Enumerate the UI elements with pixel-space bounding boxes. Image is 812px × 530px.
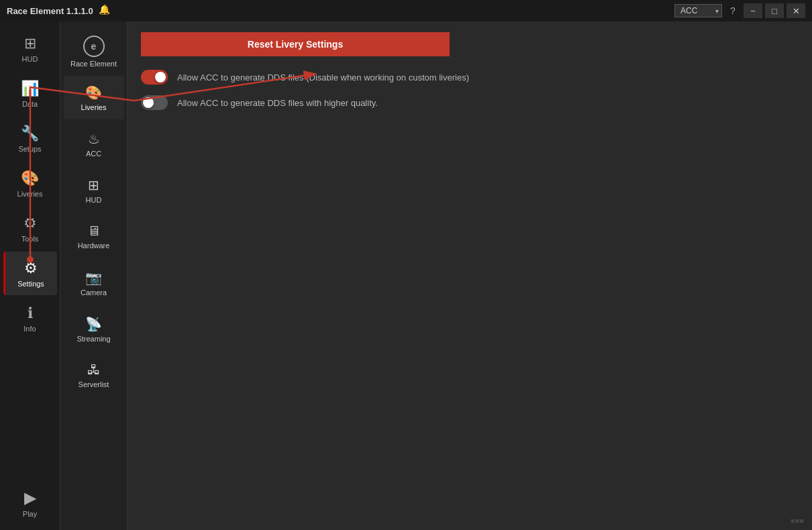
sidebar-item-data[interactable]: 📊 Data	[3, 72, 57, 115]
sub-item-acc[interactable]: ♨ ACC	[64, 122, 124, 166]
titlebar-right: ACC AC IRacing ▾ ? − □ ✕	[674, 3, 805, 18]
sub-item-hardware[interactable]: 🖥 Hardware	[64, 215, 124, 258]
sidebar-item-liveries[interactable]: 🎨 Liveries	[3, 162, 57, 205]
sidebar-label-data: Data	[22, 100, 38, 108]
settings-icon: ⚙	[24, 260, 38, 277]
toggle-row-2: Allow ACC to generate DDS files with hig…	[141, 95, 799, 110]
app-title: Race Element 1.1.1.0	[7, 6, 93, 16]
sub-label-acc: ACC	[86, 150, 101, 158]
sub-label-serverlist: Serverlist	[79, 380, 109, 388]
notification-icon[interactable]: 🔔	[99, 4, 112, 17]
info-icon: ℹ	[28, 305, 33, 322]
sidebar-label-settings: Settings	[17, 280, 44, 288]
steam-icon: ♨	[88, 131, 100, 147]
streaming-icon: 📡	[85, 316, 102, 332]
sub-item-serverlist[interactable]: 🖧 Serverlist	[64, 354, 124, 397]
toggle-row-1: Allow ACC to generate DDS files (Disable…	[141, 70, 799, 85]
sidebar-item-setups[interactable]: 🔧 Setups	[3, 117, 57, 160]
serverlist-icon: 🖧	[87, 362, 101, 378]
sub-item-liveries[interactable]: 🎨 Liveries	[64, 76, 124, 119]
liveries-icon: 🎨	[21, 170, 39, 187]
minimize-button[interactable]: −	[744, 3, 762, 18]
sidebar-label-setups: Setups	[18, 145, 41, 153]
sidebar-item-settings[interactable]: ⚙ Settings	[3, 252, 57, 295]
sub-label-hud: HUD	[86, 196, 102, 204]
sub-label-camera: Camera	[81, 288, 107, 297]
hardware-icon: 🖥	[87, 223, 101, 239]
sub-label-hardware: Hardware	[78, 242, 110, 250]
sidebar-label-info: Info	[23, 325, 36, 333]
sub-item-streaming[interactable]: 📡 Streaming	[64, 307, 124, 351]
sidebar-label-tools: Tools	[21, 235, 39, 243]
camera-icon: 📷	[85, 270, 102, 286]
sidebar: ⊞ HUD 📊 Data 🔧 Setups 🎨 Liveries ⚙ Tools…	[0, 21, 60, 530]
main-layout: ⊞ HUD 📊 Data 🔧 Setups 🎨 Liveries ⚙ Tools…	[0, 21, 812, 530]
sub-item-camera[interactable]: 📷 Camera	[64, 261, 124, 305]
toggle-dds-quality-label: Allow ACC to generate DDS files with hig…	[177, 98, 378, 108]
close-button[interactable]: ✕	[786, 3, 805, 18]
toggle-dds-quality[interactable]	[141, 95, 168, 110]
game-selector[interactable]: ACC AC IRacing	[674, 4, 722, 17]
game-selector-wrapper: ACC AC IRacing ▾	[674, 4, 722, 17]
watermark: ■■■	[791, 517, 804, 525]
sub-label-streaming: Streaming	[77, 335, 110, 343]
sub-item-hud[interactable]: ⊞ HUD	[64, 168, 124, 212]
sidebar-label-liveries: Liveries	[17, 190, 43, 198]
race-element-icon: e	[83, 36, 105, 57]
sidebar-item-tools[interactable]: ⚙ Tools	[3, 207, 57, 250]
toggle-dds-generate[interactable]	[141, 70, 168, 85]
titlebar-left: Race Element 1.1.1.0 🔔	[7, 4, 112, 17]
help-button[interactable]: ?	[725, 3, 741, 18]
hud-sub-icon: ⊞	[88, 177, 99, 193]
tools-icon: ⚙	[23, 215, 37, 232]
sidebar-label-play: Play	[23, 510, 37, 518]
data-icon: 📊	[21, 80, 39, 97]
sidebar-item-play[interactable]: ▶ Play	[3, 481, 57, 525]
maximize-button[interactable]: □	[765, 3, 784, 18]
toggle-dds-generate-label: Allow ACC to generate DDS files (Disable…	[177, 72, 469, 83]
hud-icon: ⊞	[24, 35, 36, 52]
sidebar-label-hud: HUD	[22, 55, 38, 63]
titlebar: Race Element 1.1.1.0 🔔 ACC AC IRacing ▾ …	[0, 0, 812, 21]
sub-label-raceelement: Race Element	[70, 60, 117, 68]
sub-item-raceelement[interactable]: e Race Element	[64, 30, 124, 73]
sidebar-item-hud[interactable]: ⊞ HUD	[3, 27, 57, 70]
liveries-sub-icon: 🎨	[85, 85, 102, 101]
reset-livery-settings-button[interactable]: Reset Livery Settings	[141, 32, 450, 56]
sidebar-item-info[interactable]: ℹ Info	[3, 297, 57, 340]
content-area: Reset Livery Settings Allow ACC to gener…	[128, 21, 812, 530]
play-icon: ▶	[24, 488, 36, 507]
sub-label-liveries: Liveries	[81, 103, 107, 111]
setups-icon: 🔧	[21, 125, 39, 142]
sub-sidebar: e Race Element 🎨 Liveries ♨ ACC ⊞ HUD 🖥 …	[60, 21, 128, 530]
